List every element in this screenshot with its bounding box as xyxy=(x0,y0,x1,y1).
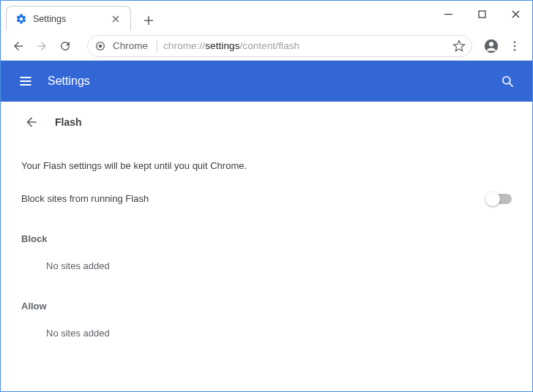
allow-section-empty: No sites added xyxy=(46,328,512,339)
svg-point-9 xyxy=(503,77,510,84)
chrome-menu-button[interactable] xyxy=(503,34,526,58)
block-flash-toggle-label: Block sites from running Flash xyxy=(21,193,149,204)
browser-tab-settings[interactable]: Settings xyxy=(6,6,131,31)
omnibox-divider xyxy=(157,40,157,52)
toggle-knob xyxy=(485,192,500,206)
svg-point-5 xyxy=(489,42,493,46)
window-minimize-button[interactable] xyxy=(431,1,465,27)
tab-close-button[interactable] xyxy=(110,13,122,25)
settings-appbar: Settings xyxy=(1,61,532,102)
allow-section-header: Allow xyxy=(21,301,512,312)
flash-notice: Your Flash settings will be kept until y… xyxy=(21,160,512,171)
page-title: Flash xyxy=(55,116,82,128)
tab-title: Settings xyxy=(33,14,66,24)
svg-point-6 xyxy=(514,41,516,43)
block-flash-toggle[interactable] xyxy=(487,194,512,204)
menu-icon[interactable] xyxy=(12,68,39,94)
account-button[interactable] xyxy=(480,34,503,58)
omnibox-url: chrome://settings/content/flash xyxy=(163,40,299,51)
svg-point-7 xyxy=(514,45,516,47)
gear-icon xyxy=(15,13,27,25)
site-info-icon[interactable] xyxy=(94,39,107,53)
svg-point-3 xyxy=(99,44,102,48)
new-tab-button[interactable] xyxy=(138,10,159,31)
forward-button[interactable] xyxy=(30,34,53,58)
block-section-header: Block xyxy=(21,233,512,244)
bookmark-star-icon[interactable] xyxy=(452,39,466,53)
svg-rect-0 xyxy=(479,11,485,18)
window-maximize-button[interactable] xyxy=(465,1,499,27)
svg-point-8 xyxy=(514,48,516,50)
settings-back-button[interactable] xyxy=(21,112,42,132)
appbar-title: Settings xyxy=(48,75,90,88)
back-button[interactable] xyxy=(7,34,30,58)
address-bar[interactable]: Chrome chrome://settings/content/flash xyxy=(87,35,472,57)
omnibox-origin-label: Chrome xyxy=(113,40,148,51)
search-button[interactable] xyxy=(494,68,521,94)
window-close-button[interactable] xyxy=(499,1,532,27)
reload-button[interactable] xyxy=(53,34,77,58)
block-section-empty: No sites added xyxy=(46,260,512,271)
